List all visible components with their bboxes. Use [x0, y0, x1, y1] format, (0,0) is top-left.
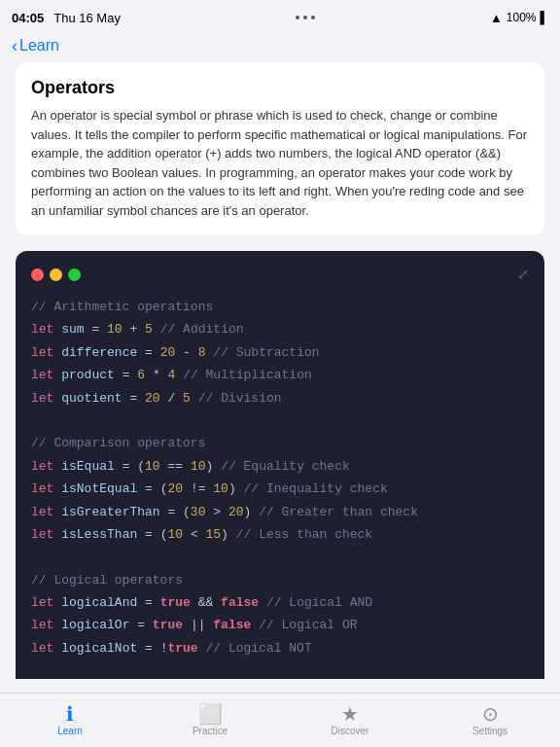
tab-discover[interactable]: ★ Discover	[280, 700, 420, 740]
back-label: Learn	[19, 37, 59, 54]
code-line-2: let sum = 10 + 5 // Addition	[31, 318, 529, 340]
status-bar: 04:05 Thu 16 May ▲ 100% ▌	[0, 0, 560, 35]
back-chevron-icon: ‹	[12, 37, 18, 54]
dot1	[296, 16, 299, 19]
code-block: ⤢ // Arithmetic operations let sum = 10 …	[16, 251, 544, 679]
tab-discover-label: Discover	[332, 726, 369, 736]
code-line-9: let isGreaterThan = (30 > 20) // Greater…	[31, 501, 529, 523]
dot2	[303, 16, 307, 19]
battery-icon: ▌	[540, 11, 548, 24]
code-line-14: let logicalNot = !true // Logical NOT	[31, 637, 529, 659]
code-line-blank3	[31, 659, 529, 679]
practice-icon: ⬜	[198, 704, 223, 724]
nav-bar: ‹ Learn	[0, 35, 560, 62]
tab-learn[interactable]: ℹ Learn	[0, 700, 140, 740]
settings-icon: ⊙	[482, 704, 499, 724]
code-line-8: let isNotEqual = (20 != 10) // Inequalit…	[31, 478, 529, 500]
status-left: 04:05 Thu 16 May	[12, 11, 121, 25]
window-dots	[31, 268, 81, 281]
status-date: Thu 16 May	[53, 11, 121, 25]
operators-description: An operator is special symbol or phrase …	[31, 106, 529, 220]
code-line-10: let isLessThan = (10 < 15) // Less than …	[31, 523, 529, 546]
dot3	[311, 16, 315, 19]
code-line-13: let logicalOr = true || false // Logical…	[31, 614, 529, 636]
operators-title: Operators	[31, 78, 529, 98]
code-line-5: let quotient = 20 / 5 // Division	[31, 387, 529, 409]
tab-settings[interactable]: ⊙ Settings	[420, 700, 560, 740]
battery-percentage: 100%	[507, 11, 537, 24]
code-line-blank2	[31, 546, 529, 568]
code-titlebar: ⤢	[31, 267, 529, 282]
learn-icon: ℹ	[66, 704, 74, 724]
main-content: Operators An operator is special symbol …	[0, 62, 560, 679]
code-line-blank1	[31, 409, 529, 432]
discover-icon: ★	[341, 704, 359, 724]
code-line-12: let logicalAnd = true && false // Logica…	[31, 591, 529, 614]
code-line-6: // Comparison operators	[31, 432, 529, 454]
tab-practice[interactable]: ⬜ Practice	[140, 700, 280, 740]
dot-red	[31, 268, 44, 281]
code-line-7: let isEqual = (10 == 10) // Equality che…	[31, 455, 529, 478]
status-time: 04:05	[12, 11, 44, 25]
code-line-4: let product = 6 * 4 // Multiplication	[31, 364, 529, 386]
status-center	[296, 16, 315, 19]
code-line-1: // Arithmetic operations	[31, 296, 529, 318]
dot-green	[68, 268, 81, 281]
code-content: // Arithmetic operations let sum = 10 + …	[31, 296, 529, 679]
status-right: ▲ 100% ▌	[490, 11, 548, 25]
operators-card: Operators An operator is special symbol …	[16, 62, 544, 235]
code-line-3: let difference = 20 - 8 // Subtraction	[31, 341, 529, 364]
expand-icon[interactable]: ⤢	[517, 267, 529, 282]
tab-practice-label: Practice	[192, 726, 228, 736]
back-button[interactable]: ‹ Learn	[12, 37, 59, 54]
tab-learn-label: Learn	[57, 726, 83, 736]
wifi-icon: ▲	[490, 11, 503, 25]
dot-yellow	[50, 268, 62, 281]
tab-settings-label: Settings	[472, 726, 508, 736]
code-line-11: // Logical operators	[31, 569, 529, 591]
tab-bar: ℹ Learn ⬜ Practice ★ Discover ⊙ Settings	[0, 693, 560, 747]
